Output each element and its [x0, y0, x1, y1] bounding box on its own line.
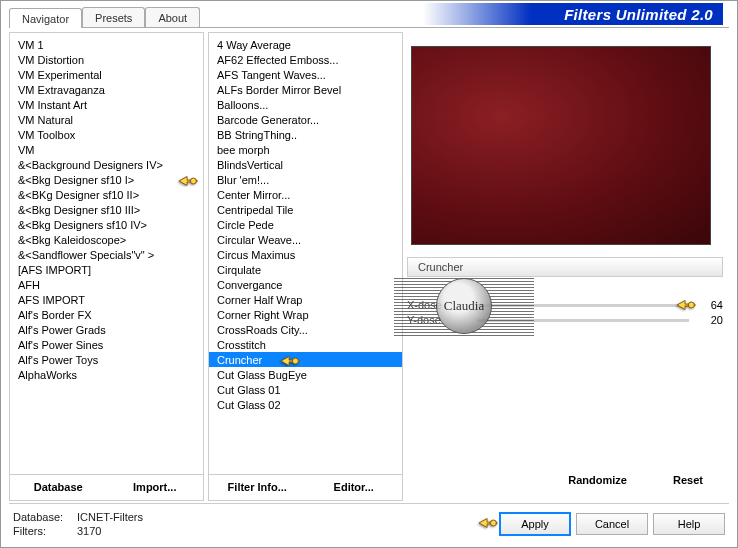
list-item[interactable]: &<Bkg Designers sf10 IV> — [10, 217, 203, 232]
list-item[interactable]: VM 1 — [10, 37, 203, 52]
list-item[interactable]: bee morph — [209, 142, 402, 157]
import-button[interactable]: Import... — [107, 475, 204, 500]
list-item[interactable]: Alf's Power Grads — [10, 322, 203, 337]
param-value: 64 — [689, 299, 723, 311]
list-item[interactable]: &<Bkg Designer sf10 III> — [10, 202, 203, 217]
brand-banner: Filters Unlimited 2.0 — [423, 3, 723, 25]
pointer-icon — [477, 514, 499, 532]
list-item[interactable]: VM Toolbox — [10, 127, 203, 142]
pointer-icon — [177, 172, 199, 187]
svg-point-3 — [490, 520, 496, 526]
filter-pane: 4 Way AverageAF62 Effected Emboss...AFS … — [208, 32, 403, 501]
list-item[interactable]: CrossRoads City... — [209, 322, 402, 337]
list-item[interactable]: VM Natural — [10, 112, 203, 127]
param-slider[interactable] — [477, 304, 689, 307]
list-item[interactable]: AFS IMPORT — [10, 292, 203, 307]
list-item[interactable]: &<Sandflower Specials"v" > — [10, 247, 203, 262]
list-item[interactable]: Circle Pede — [209, 217, 402, 232]
param-value: 20 — [689, 314, 723, 326]
category-list[interactable]: VM 1VM DistortionVM ExperimentalVM Extra… — [10, 33, 203, 474]
list-item[interactable]: Balloons... — [209, 97, 402, 112]
list-item[interactable]: Cut Glass 01 — [209, 382, 402, 397]
filter-list[interactable]: 4 Way AverageAF62 Effected Emboss...AFS … — [209, 33, 402, 474]
editor-button[interactable]: Editor... — [306, 475, 403, 500]
tab-about[interactable]: About — [145, 7, 200, 27]
list-item[interactable]: ALFs Border Mirror Bevel — [209, 82, 402, 97]
list-item[interactable]: Cut Glass BugEye — [209, 367, 402, 382]
footer-db-label: Database: — [13, 511, 77, 523]
list-item[interactable]: Alf's Power Toys — [10, 352, 203, 367]
list-item[interactable]: Cut Glass 02 — [209, 397, 402, 412]
list-item[interactable]: VM Instant Art — [10, 97, 203, 112]
list-item[interactable]: [AFS IMPORT] — [10, 262, 203, 277]
preview-pane: Cruncher X-dose64Y-dose20 Randomize Rese… — [407, 32, 729, 501]
param-slider[interactable] — [477, 319, 689, 322]
list-item[interactable]: Cruncher — [209, 352, 402, 367]
list-item[interactable]: 4 Way Average — [209, 37, 402, 52]
pointer-icon — [279, 352, 301, 367]
list-item[interactable]: VM Extravaganza — [10, 82, 203, 97]
footer-filters-value: 3170 — [77, 525, 101, 537]
svg-point-0 — [190, 178, 196, 184]
preview-image — [411, 46, 711, 245]
param-row: Y-dose20 — [407, 314, 723, 326]
list-item[interactable]: Convergance — [209, 277, 402, 292]
apply-button[interactable]: Apply — [499, 512, 571, 536]
list-item[interactable]: BlindsVertical — [209, 157, 402, 172]
filter-info-button[interactable]: Filter Info... — [209, 475, 306, 500]
randomize-button[interactable]: Randomize — [560, 467, 635, 493]
tab-navigator[interactable]: Navigator — [9, 8, 82, 28]
param-label: Y-dose — [407, 314, 477, 326]
list-item[interactable]: AFS Tangent Waves... — [209, 67, 402, 82]
selected-filter-title: Cruncher — [407, 257, 723, 277]
list-item[interactable]: Centripedal Tile — [209, 202, 402, 217]
cancel-button[interactable]: Cancel — [576, 513, 648, 535]
list-item[interactable]: &<BKg Designer sf10 II> — [10, 187, 203, 202]
brand-title: Filters Unlimited 2.0 — [564, 6, 713, 23]
list-item[interactable]: &<Bkg Kaleidoscope> — [10, 232, 203, 247]
list-item[interactable]: VM Experimental — [10, 67, 203, 82]
list-item[interactable]: Alf's Border FX — [10, 307, 203, 322]
list-item[interactable]: Crosstitch — [209, 337, 402, 352]
list-item[interactable]: &<Background Designers IV> — [10, 157, 203, 172]
list-item[interactable]: Circular Weave... — [209, 232, 402, 247]
list-item[interactable]: Alf's Power Sines — [10, 337, 203, 352]
param-row: X-dose64 — [407, 299, 723, 311]
list-item[interactable]: AF62 Effected Emboss... — [209, 52, 402, 67]
list-item[interactable]: AlphaWorks — [10, 367, 203, 382]
list-item[interactable]: Blur 'em!... — [209, 172, 402, 187]
list-item[interactable]: Center Mirror... — [209, 187, 402, 202]
list-item[interactable]: VM Distortion — [10, 52, 203, 67]
help-button[interactable]: Help — [653, 513, 725, 535]
footer-filters-label: Filters: — [13, 525, 77, 537]
list-item[interactable]: VM — [10, 142, 203, 157]
reset-button[interactable]: Reset — [653, 467, 723, 493]
list-item[interactable]: &<Bkg Designer sf10 I> — [10, 172, 203, 187]
list-item[interactable]: BB StringThing.. — [209, 127, 402, 142]
tab-presets[interactable]: Presets — [82, 7, 145, 27]
svg-point-1 — [292, 358, 298, 364]
list-item[interactable]: Corner Half Wrap — [209, 292, 402, 307]
database-button[interactable]: Database — [10, 475, 107, 500]
list-item[interactable]: Circus Maximus — [209, 247, 402, 262]
footer-db-value: ICNET-Filters — [77, 511, 143, 523]
param-label: X-dose — [407, 299, 477, 311]
list-item[interactable]: AFH — [10, 277, 203, 292]
list-item[interactable]: Barcode Generator... — [209, 112, 402, 127]
list-item[interactable]: Cirqulate — [209, 262, 402, 277]
list-item[interactable]: Corner Right Wrap — [209, 307, 402, 322]
category-pane: VM 1VM DistortionVM ExperimentalVM Extra… — [9, 32, 204, 501]
